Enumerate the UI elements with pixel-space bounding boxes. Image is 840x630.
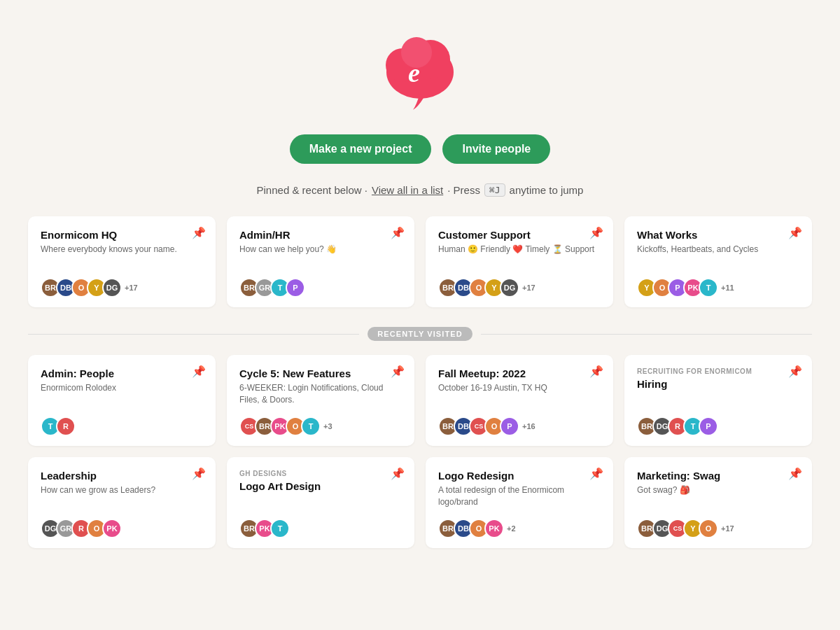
project-card[interactable]: 📌Admin/HRHow can we help you? 👋BRGRTP bbox=[227, 216, 414, 307]
avatar: T bbox=[301, 416, 321, 436]
card-title: Admin: People bbox=[41, 368, 203, 379]
card-parent-label: GH DESIGNS bbox=[239, 470, 402, 477]
card-title: Admin/HR bbox=[239, 229, 402, 241]
card-subtitle: A total redesign of the Enormicom logo/b… bbox=[438, 484, 601, 510]
project-card[interactable]: 📌Customer SupportHuman 🙂 Friendly ❤️ Tim… bbox=[426, 216, 613, 307]
app-logo: e bbox=[374, 28, 465, 112]
card-title: Fall Meetup: 2022 bbox=[438, 368, 601, 379]
card-subtitle: How can we grow as Leaders? bbox=[41, 484, 203, 510]
card-subtitle: Got swag? 🎒 bbox=[637, 484, 799, 510]
view-all-link[interactable]: View all in a list bbox=[372, 184, 443, 196]
card-title: Marketing: Swag bbox=[637, 470, 799, 482]
subtitle-suffix: anytime to jump bbox=[510, 184, 584, 196]
avatar-count: +17 bbox=[721, 524, 734, 533]
card-title: Logo Art Design bbox=[239, 480, 402, 492]
pin-icon: 📌 bbox=[788, 365, 802, 378]
project-card[interactable]: 📌What WorksKickoffs, Heartbeats, and Cyc… bbox=[624, 216, 812, 307]
project-card[interactable]: 📌Admin: PeopleEnormicom RolodexTR bbox=[28, 355, 216, 446]
card-subtitle: Human 🙂 Friendly ❤️ Timely ⏳ Support bbox=[438, 244, 601, 270]
pin-icon: 📌 bbox=[788, 226, 802, 239]
avatar-row: BRDBOPK+2 bbox=[438, 519, 601, 538]
avatar: P bbox=[699, 416, 718, 436]
card-title: Cycle 5: New Features bbox=[239, 368, 402, 379]
avatar: P bbox=[500, 416, 519, 436]
section-label: RECENTLY VISITED bbox=[368, 327, 472, 341]
invite-people-button[interactable]: Invite people bbox=[442, 134, 550, 164]
avatar-count: +2 bbox=[507, 524, 516, 533]
card-subtitle: How can we help you? 👋 bbox=[239, 244, 402, 270]
pin-icon: 📌 bbox=[589, 467, 603, 480]
card-title: Hiring bbox=[637, 378, 799, 390]
pin-icon: 📌 bbox=[589, 226, 603, 239]
avatar: P bbox=[286, 278, 305, 298]
page-container: e Make a new project Invite people Pinne… bbox=[0, 0, 840, 604]
pin-icon: 📌 bbox=[391, 365, 405, 378]
project-card[interactable]: 📌Enormicom HQWhere everybody knows your … bbox=[28, 216, 216, 307]
project-card[interactable]: 📌Marketing: SwagGot swag? 🎒BRDGCSYO+17 bbox=[624, 457, 812, 548]
subtitle-prefix: Pinned & recent below · bbox=[257, 184, 368, 196]
recent-cards-grid: 📌Admin: PeopleEnormicom RolodexTR📌Cycle … bbox=[28, 355, 812, 548]
avatar-row: BRDBOYDG+17 bbox=[41, 278, 203, 298]
project-card[interactable]: 📌Fall Meetup: 2022October 16-19 Austin, … bbox=[426, 355, 613, 446]
pin-icon: 📌 bbox=[589, 365, 603, 378]
pinned-cards-grid: 📌Enormicom HQWhere everybody knows your … bbox=[28, 216, 812, 307]
avatar-count: +17 bbox=[125, 284, 138, 292]
section-divider: RECENTLY VISITED bbox=[28, 327, 812, 341]
avatar-row: TR bbox=[41, 416, 203, 436]
avatar-row: BRDBOYDG+17 bbox=[438, 278, 601, 298]
pin-icon: 📌 bbox=[192, 467, 206, 480]
avatar-count: +17 bbox=[522, 284, 536, 292]
subtitle-middle: · Press bbox=[447, 184, 480, 196]
card-subtitle: Where everybody knows your name. bbox=[41, 244, 203, 270]
avatar: R bbox=[56, 416, 76, 436]
subtitle-bar: Pinned & recent below · View all in a li… bbox=[257, 183, 584, 197]
avatar-row: YOPPKT+11 bbox=[637, 278, 799, 298]
project-card[interactable]: 📌Cycle 5: New Features6-WEEKER: Login No… bbox=[227, 355, 414, 446]
avatar: O bbox=[699, 519, 718, 538]
card-title: What Works bbox=[637, 229, 799, 241]
avatar: DG bbox=[102, 278, 122, 298]
pin-icon: 📌 bbox=[391, 467, 405, 480]
pin-icon: 📌 bbox=[192, 226, 206, 239]
avatar-row: BRPKT bbox=[239, 519, 402, 538]
avatar-count: +11 bbox=[721, 284, 734, 292]
card-title: Enormicom HQ bbox=[41, 229, 203, 241]
logo-area: e bbox=[374, 28, 465, 115]
avatar-row: CSBRPKOT+3 bbox=[239, 416, 402, 436]
avatar: PK bbox=[484, 519, 504, 538]
avatar: T bbox=[270, 519, 290, 538]
pin-icon: 📌 bbox=[192, 365, 206, 378]
card-subtitle: Enormicom Rolodex bbox=[41, 382, 203, 408]
card-subtitle: 6-WEEKER: Login Notifications, Cloud Fil… bbox=[239, 382, 402, 408]
keyboard-shortcut: ⌘J bbox=[484, 183, 505, 197]
avatar-row: DGGRROPK bbox=[41, 519, 203, 538]
avatar-count: +16 bbox=[522, 422, 536, 430]
new-project-button[interactable]: Make a new project bbox=[290, 134, 432, 164]
card-subtitle: October 16-19 Austin, TX HQ bbox=[438, 382, 601, 408]
divider-line-right bbox=[481, 334, 812, 335]
card-title: Leadership bbox=[41, 470, 203, 482]
avatar: T bbox=[699, 278, 718, 298]
project-card[interactable]: 📌GH DESIGNSLogo Art DesignBRPKT bbox=[227, 457, 414, 548]
card-title: Customer Support bbox=[438, 229, 601, 241]
card-parent-label: RECRUITING FOR ENORMICOM bbox=[637, 368, 799, 375]
avatar-row: BRGRTP bbox=[239, 278, 402, 298]
avatar-row: BRDBCSOP+16 bbox=[438, 416, 601, 436]
avatar-row: BRDGRTP bbox=[637, 416, 799, 436]
card-title: Logo Redesign bbox=[438, 470, 601, 482]
avatar: DG bbox=[500, 278, 519, 298]
avatar: PK bbox=[102, 519, 122, 538]
divider-line-left bbox=[28, 334, 359, 335]
avatar-count: +3 bbox=[323, 422, 332, 430]
action-buttons: Make a new project Invite people bbox=[290, 134, 551, 164]
pin-icon: 📌 bbox=[788, 467, 802, 480]
svg-text:e: e bbox=[408, 58, 420, 88]
project-card[interactable]: 📌RECRUITING FOR ENORMICOMHiringBRDGRTP bbox=[624, 355, 812, 446]
pin-icon: 📌 bbox=[391, 226, 405, 239]
project-card[interactable]: 📌Logo RedesignA total redesign of the En… bbox=[426, 457, 613, 548]
project-card[interactable]: 📌LeadershipHow can we grow as Leaders?DG… bbox=[28, 457, 216, 548]
avatar-row: BRDGCSYO+17 bbox=[637, 519, 799, 538]
card-subtitle: Kickoffs, Heartbeats, and Cycles bbox=[637, 244, 799, 270]
